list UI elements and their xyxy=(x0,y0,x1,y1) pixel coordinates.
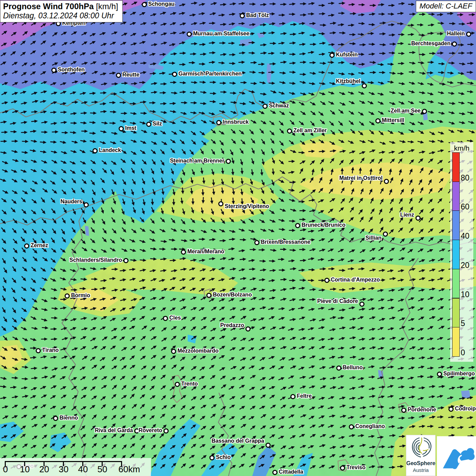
city-label: Landeck xyxy=(99,147,121,153)
city-marker xyxy=(262,104,268,109)
city-label: Belluno xyxy=(343,364,363,371)
legend-color-segment xyxy=(452,152,460,182)
city-label: Sonthofen xyxy=(58,67,85,73)
city-marker xyxy=(437,372,442,377)
city-label: Berchtesgaden xyxy=(411,40,451,47)
city-marker xyxy=(53,416,58,421)
city-marker xyxy=(324,278,329,283)
city-label: Garmisch-Partenkirchen xyxy=(178,71,242,77)
city-marker xyxy=(383,232,388,237)
city-label: Bad Tölz xyxy=(246,12,269,18)
city-marker xyxy=(146,122,151,127)
city-label: Zell am See xyxy=(391,108,421,114)
legend-tick-label: 40 xyxy=(461,232,470,241)
city-marker xyxy=(172,72,177,77)
city-label: Riva del Garda xyxy=(95,427,133,434)
city-marker xyxy=(142,2,147,7)
legend-color-segment xyxy=(452,327,460,357)
city-label: Murnau am Staffelsee xyxy=(193,31,249,37)
city-label: Bormio xyxy=(71,292,90,299)
city-label: Lienz xyxy=(400,212,414,218)
legend-color-segment xyxy=(452,298,460,328)
city-marker xyxy=(466,32,471,37)
city-label: Steinach am Brenner xyxy=(170,158,224,164)
city-label: Feltre xyxy=(297,393,312,399)
legend-tick-label: 20 xyxy=(461,261,470,270)
city-marker xyxy=(216,120,221,125)
scale-bar-label: 50 xyxy=(98,464,107,475)
city-label: Mittersill xyxy=(382,117,404,123)
city-label: Brixen/Bressanone xyxy=(261,239,310,245)
legend-tick-label: 10 xyxy=(461,290,470,299)
city-marker xyxy=(448,407,454,412)
mountain-cloud-logo-box xyxy=(437,436,476,476)
city-marker xyxy=(226,159,231,164)
city-label: Bozen/Bolzano xyxy=(213,292,252,298)
city-label: Meran/Merano xyxy=(187,249,224,255)
city-label: Matrei in Osttirol xyxy=(339,175,382,181)
city-label: Schwaz xyxy=(269,103,289,109)
city-label: Sterzing/Vipiteno xyxy=(225,203,269,209)
city-label: Hallein xyxy=(447,31,465,37)
scale-bar-label: 40 xyxy=(78,464,88,475)
scale-bar-label: 20 xyxy=(39,464,49,475)
city-label: Nauders xyxy=(61,199,82,205)
city-marker xyxy=(209,455,215,460)
city-label: Innsbruck xyxy=(223,119,249,125)
geosphere-contour-icon xyxy=(410,437,432,460)
city-label: Cortina d'Ampezzo xyxy=(331,277,380,283)
city-marker xyxy=(295,223,300,228)
city-marker xyxy=(287,129,292,134)
city-marker xyxy=(362,83,367,88)
city-label: Predazzo xyxy=(220,322,244,328)
city-marker xyxy=(116,73,121,78)
legend-tick-label: 5 xyxy=(461,319,465,328)
city-label: Treviso xyxy=(346,464,366,471)
city-marker xyxy=(384,179,389,184)
city-marker xyxy=(206,293,211,298)
city-label: Cittadella xyxy=(279,469,303,475)
city-label: Spilimbergo xyxy=(443,371,475,377)
scale-bar: 0102030405060km xyxy=(0,458,151,476)
city-label: Codroipo xyxy=(455,406,476,412)
legend-color-segment xyxy=(452,182,460,211)
title-unit: [km/h] xyxy=(94,2,118,11)
city-label: Kitzbühel xyxy=(336,78,360,84)
legend-tick-label: 0 xyxy=(461,348,465,357)
city-label: Bruneck/Brunico xyxy=(302,222,345,228)
scale-bar-label: 10 xyxy=(20,464,30,475)
city-marker xyxy=(254,240,259,245)
city-marker xyxy=(290,394,295,399)
legend-title: km/h xyxy=(450,144,473,152)
city-label: Pieve di Cadore xyxy=(317,298,358,304)
city-marker xyxy=(401,408,406,413)
city-label: Conegliano xyxy=(355,423,385,429)
city-marker xyxy=(329,53,335,58)
city-label: Silz xyxy=(153,121,162,127)
city-marker xyxy=(51,68,56,73)
city-label: Pordenone xyxy=(408,407,436,413)
city-marker xyxy=(123,258,129,263)
city-marker xyxy=(181,250,186,255)
city-label: Schlanders/Silandro xyxy=(69,257,122,263)
city-label: Schongau xyxy=(148,1,174,7)
city-label: Schio xyxy=(216,454,231,460)
forecast-datetime: Dienstag, 03.12.2024 08:00 Uhr xyxy=(3,11,118,20)
legend-tick-label: 80 xyxy=(461,173,470,183)
city-marker xyxy=(65,293,70,299)
city-marker xyxy=(24,243,29,249)
legend-color-segment xyxy=(452,210,460,240)
city-marker xyxy=(422,109,427,114)
geosphere-country: Austria xyxy=(406,467,435,473)
city-label: Zernez xyxy=(31,242,48,249)
city-label: Mezzolombardo xyxy=(177,348,219,354)
city-marker xyxy=(240,13,245,18)
city-label: Trento xyxy=(181,381,198,387)
geosphere-org-name: GeoSphere xyxy=(406,460,435,466)
city-marker xyxy=(272,470,277,475)
city-marker xyxy=(164,428,169,434)
city-label: Cles xyxy=(169,315,181,321)
city-marker xyxy=(336,366,341,371)
scale-bar-label: 30 xyxy=(59,464,69,475)
mountain-cloud-icon xyxy=(437,436,476,476)
